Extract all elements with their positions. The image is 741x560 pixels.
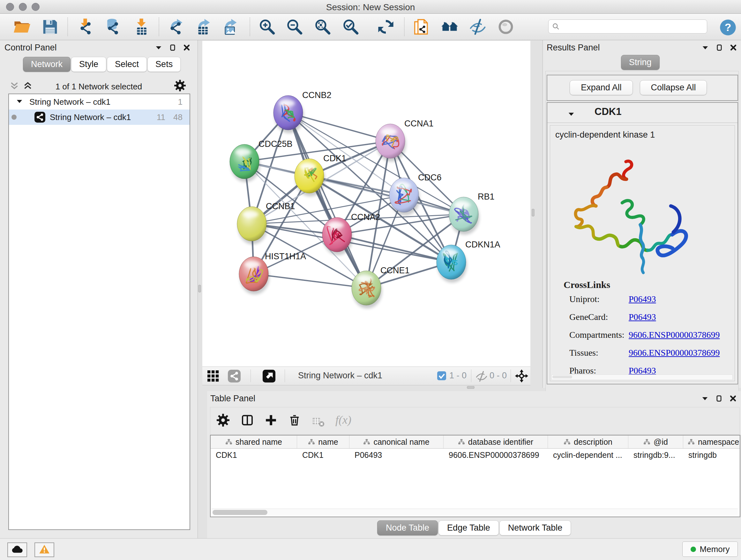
panel-menu-icon[interactable] — [701, 395, 709, 403]
tab-node-table[interactable]: Node Table — [377, 520, 438, 536]
results-hscrollbar[interactable] — [551, 374, 733, 380]
node-label: CCNA2 — [351, 212, 381, 222]
zoom-in-icon[interactable] — [259, 18, 276, 36]
string-document-icon[interactable] — [413, 18, 430, 36]
crosslink-genecard-link[interactable]: P06493 — [629, 312, 656, 322]
crosslink-row: GeneCard:P06493 — [569, 312, 729, 322]
panel-float-icon[interactable] — [716, 395, 723, 403]
tab-style[interactable]: Style — [71, 57, 106, 72]
import-database-icon[interactable] — [104, 18, 121, 36]
network-tree: String Network – cdk1 1 String Network –… — [8, 94, 190, 530]
export-table-icon[interactable] — [194, 18, 211, 36]
table-cell[interactable]: 9606.ENSP00000378699 — [444, 449, 548, 461]
network-node-CDKN1A[interactable]: CDKN1A — [436, 240, 500, 283]
column-header-namespace[interactable]: namespace — [683, 435, 740, 448]
crosslink-tissues-link[interactable]: 9606.ENSP00000378699 — [629, 348, 720, 358]
tab-select[interactable]: Select — [107, 57, 147, 72]
crosslinks-list: Uniprot:P06493GeneCard:P06493Compartment… — [569, 294, 729, 383]
add-row-icon[interactable] — [265, 414, 277, 428]
delete-column-icon[interactable] — [288, 414, 301, 428]
zoom-selected-icon[interactable] — [342, 18, 359, 36]
save-session-icon[interactable] — [42, 18, 59, 36]
table-cell[interactable]: P06493 — [349, 449, 444, 461]
open-session-icon[interactable] — [13, 18, 30, 36]
tab-string[interactable]: String — [621, 55, 660, 70]
left-splitter-handle[interactable] — [198, 285, 201, 293]
network-node-HIST1H1A[interactable]: HIST1H1A — [239, 252, 306, 294]
search-input[interactable] — [562, 20, 704, 32]
panel-menu-icon[interactable] — [702, 44, 709, 52]
network-node-CCNA2[interactable]: CCNA2 — [322, 212, 381, 255]
tree-expander-icon[interactable] — [16, 97, 23, 107]
column-header-name[interactable]: name — [297, 435, 349, 448]
network-graph[interactable]: CCNB2CCNA1CDC25BCDK1CDC6RB1CCNB1CCNA2CDK… — [202, 41, 530, 367]
panel-close-icon[interactable] — [183, 44, 190, 52]
column-header-canonical-name[interactable]: canonical name — [349, 435, 444, 448]
network-share-icon[interactable] — [228, 370, 241, 382]
import-network-icon[interactable] — [77, 18, 94, 36]
cloud-button[interactable] — [7, 543, 27, 557]
table-cell[interactable]: CDK1 — [211, 449, 297, 461]
network-canvas[interactable]: CCNB2CCNA1CDC25BCDK1CDC6RB1CCNB1CCNA2CDK… — [202, 40, 530, 367]
network-options-gear-icon[interactable] — [174, 80, 186, 91]
panel-close-icon[interactable] — [730, 44, 737, 52]
bottom-splitter-handle[interactable] — [467, 386, 475, 389]
home-icon[interactable] — [441, 18, 458, 36]
network-node-CDC6[interactable]: CDC6 — [389, 173, 442, 215]
table-cell[interactable]: stringdb — [683, 449, 740, 461]
table-cell[interactable]: stringdb:9... — [628, 449, 683, 461]
navigate-crosshair-icon[interactable] — [515, 369, 529, 383]
refresh-icon[interactable] — [377, 18, 394, 36]
tab-edge-table[interactable]: Edge Table — [439, 520, 499, 536]
network-row-selected[interactable]: String Network – cdk1 11 48 — [9, 110, 190, 125]
tab-network[interactable]: Network — [23, 57, 71, 72]
create-column-icon[interactable] — [241, 414, 254, 428]
network-node-RB1[interactable]: RB1 — [449, 192, 495, 235]
panel-float-icon[interactable] — [716, 44, 723, 52]
table-cell[interactable]: CDK1 — [297, 449, 349, 461]
birds-eye-view-icon[interactable] — [263, 370, 275, 382]
toolbar-separator — [250, 17, 250, 36]
tab-network-table[interactable]: Network Table — [499, 520, 571, 536]
network-node-CDK1[interactable]: CDK1 — [294, 153, 346, 196]
zoom-fit-icon[interactable] — [314, 18, 331, 36]
column-header-@id[interactable]: @id — [628, 435, 683, 448]
column-header-shared-name[interactable]: shared name — [211, 435, 297, 448]
tab-sets[interactable]: Sets — [147, 57, 181, 72]
selected-checkbox-icon[interactable] — [437, 371, 446, 380]
column-header-database-identifier[interactable]: database identifier — [444, 435, 548, 448]
grid-view-icon[interactable] — [207, 370, 219, 382]
network-edge[interactable] — [288, 113, 366, 288]
column-header-description[interactable]: description — [548, 435, 628, 448]
network-collection-row[interactable]: String Network – cdk1 1 — [9, 94, 190, 110]
right-splitter-handle[interactable] — [532, 209, 535, 216]
import-table-icon[interactable] — [133, 18, 150, 36]
crosslink-uniprot-link[interactable]: P06493 — [629, 294, 656, 304]
warning-button[interactable] — [35, 543, 54, 557]
hidden-eye-icon[interactable] — [475, 370, 488, 382]
table-cell[interactable]: cyclin-dependent ... — [548, 449, 628, 461]
hide-unhide-icon[interactable] — [469, 18, 486, 36]
export-network-icon[interactable] — [166, 18, 184, 36]
table-settings-gear-icon[interactable] — [217, 414, 229, 428]
zoom-out-icon[interactable] — [286, 18, 303, 36]
crosslink-compartments-link[interactable]: 9606.ENSP00000378699 — [629, 330, 720, 340]
table-row[interactable]: CDK1CDK1P064939606.ENSP00000378699cyclin… — [211, 449, 740, 461]
node-label: CDC25B — [259, 139, 293, 149]
gene-expander-icon[interactable] — [568, 111, 575, 119]
panel-menu-icon[interactable] — [155, 44, 162, 52]
memory-button[interactable]: Memory — [682, 542, 738, 557]
network-node-CCNB2[interactable]: CCNB2 — [273, 90, 332, 133]
table-hscrollbar[interactable] — [211, 509, 738, 516]
network-node-CCNB1[interactable]: CCNB1 — [237, 201, 295, 244]
network-edge[interactable] — [254, 274, 366, 288]
expand-all-button[interactable]: Expand All — [569, 80, 633, 95]
network-node-CDC25B[interactable]: CDC25B — [230, 139, 293, 182]
export-image-icon[interactable] — [221, 18, 238, 36]
help-icon[interactable]: ? — [719, 19, 735, 34]
eye-icon[interactable] — [497, 18, 515, 36]
panel-close-icon[interactable] — [730, 395, 737, 403]
collapse-all-button[interactable]: Collapse All — [640, 80, 707, 95]
panel-float-icon[interactable] — [169, 44, 176, 52]
network-node-CCNE1[interactable]: CCNE1 — [352, 266, 410, 308]
